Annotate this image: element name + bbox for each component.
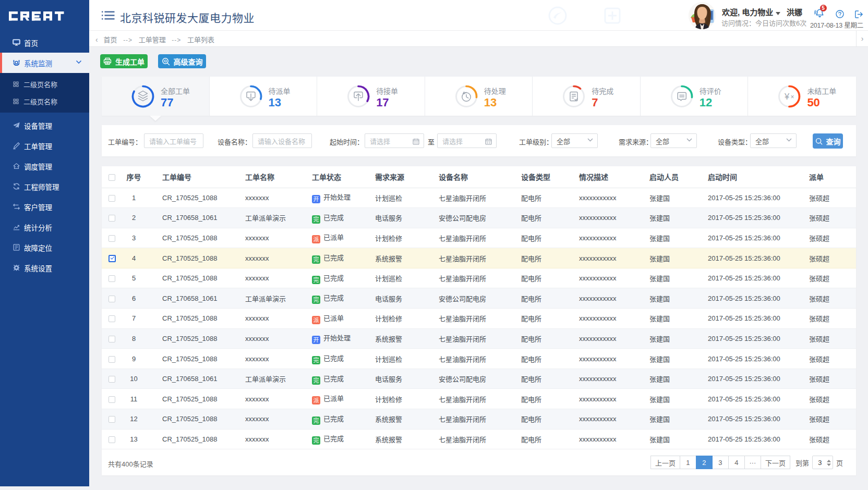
svg-text:×: ×	[791, 93, 794, 101]
svg-text:¥: ¥	[784, 92, 790, 101]
